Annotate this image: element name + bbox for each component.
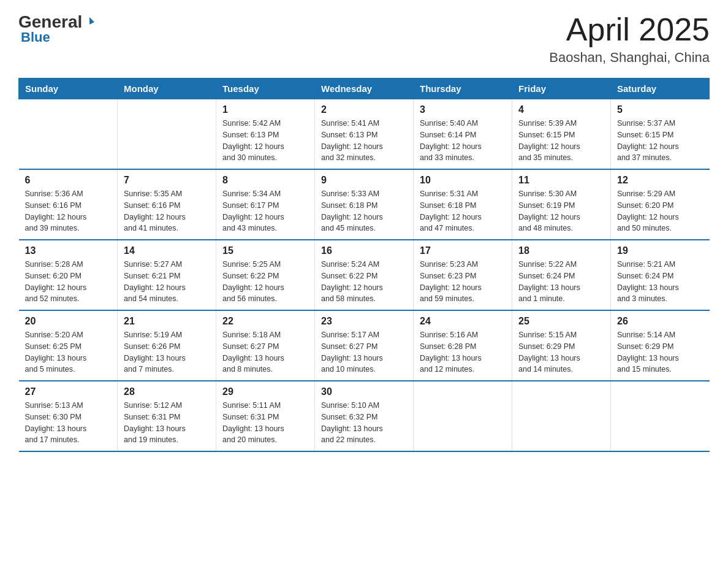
calendar-cell: [19, 99, 118, 170]
day-info: Sunrise: 5:28 AM Sunset: 6:20 PM Dayligh…: [25, 259, 112, 305]
day-info: Sunrise: 5:33 AM Sunset: 6:18 PM Dayligh…: [321, 188, 407, 234]
title-section: April 2025 Baoshan, Shanghai, China: [549, 12, 710, 66]
page-title: April 2025: [549, 12, 710, 47]
day-info: Sunrise: 5:39 AM Sunset: 6:15 PM Dayligh…: [518, 118, 604, 164]
calendar-cell: 8Sunrise: 5:34 AM Sunset: 6:17 PM Daylig…: [216, 169, 315, 240]
calendar-cell: 11Sunrise: 5:30 AM Sunset: 6:19 PM Dayli…: [512, 169, 611, 240]
calendar-cell: 19Sunrise: 5:21 AM Sunset: 6:24 PM Dayli…: [611, 240, 710, 310]
calendar-day-header: Saturday: [611, 79, 710, 99]
day-number: 17: [420, 245, 506, 256]
page-header: General Blue April 2025 Baoshan, Shangha…: [18, 12, 710, 66]
calendar-cell: 13Sunrise: 5:28 AM Sunset: 6:20 PM Dayli…: [19, 240, 118, 310]
day-number: 6: [25, 175, 112, 186]
day-number: 14: [124, 245, 210, 256]
calendar-day-header: Thursday: [414, 79, 512, 99]
day-info: Sunrise: 5:11 AM Sunset: 6:31 PM Dayligh…: [222, 400, 308, 446]
calendar-cell: 2Sunrise: 5:41 AM Sunset: 6:13 PM Daylig…: [315, 99, 414, 170]
day-info: Sunrise: 5:10 AM Sunset: 6:32 PM Dayligh…: [321, 400, 407, 446]
logo-blue-text: Blue: [21, 29, 50, 45]
svg-marker-0: [89, 17, 94, 25]
calendar-cell: 14Sunrise: 5:27 AM Sunset: 6:21 PM Dayli…: [118, 240, 216, 310]
day-number: 11: [518, 175, 604, 186]
calendar-cell: 1Sunrise: 5:42 AM Sunset: 6:13 PM Daylig…: [216, 99, 315, 170]
calendar-cell: 7Sunrise: 5:35 AM Sunset: 6:16 PM Daylig…: [118, 169, 216, 240]
calendar-cell: 29Sunrise: 5:11 AM Sunset: 6:31 PM Dayli…: [216, 381, 315, 451]
page-subtitle: Baoshan, Shanghai, China: [549, 50, 710, 66]
day-info: Sunrise: 5:42 AM Sunset: 6:13 PM Dayligh…: [222, 118, 308, 164]
calendar-cell: 12Sunrise: 5:29 AM Sunset: 6:20 PM Dayli…: [611, 169, 710, 240]
day-info: Sunrise: 5:15 AM Sunset: 6:29 PM Dayligh…: [518, 329, 604, 375]
calendar-week-row: 27Sunrise: 5:13 AM Sunset: 6:30 PM Dayli…: [19, 381, 710, 451]
logo: General Blue: [18, 12, 96, 45]
calendar-cell: 28Sunrise: 5:12 AM Sunset: 6:31 PM Dayli…: [118, 381, 216, 451]
day-info: Sunrise: 5:19 AM Sunset: 6:26 PM Dayligh…: [124, 329, 210, 375]
calendar-cell: 27Sunrise: 5:13 AM Sunset: 6:30 PM Dayli…: [19, 381, 118, 451]
day-number: 21: [124, 316, 210, 327]
day-number: 3: [420, 104, 506, 115]
calendar-cell: 22Sunrise: 5:18 AM Sunset: 6:27 PM Dayli…: [216, 310, 315, 381]
calendar-week-row: 20Sunrise: 5:20 AM Sunset: 6:25 PM Dayli…: [19, 310, 710, 381]
calendar-cell: 5Sunrise: 5:37 AM Sunset: 6:15 PM Daylig…: [611, 99, 710, 170]
calendar-week-row: 13Sunrise: 5:28 AM Sunset: 6:20 PM Dayli…: [19, 240, 710, 310]
day-number: 29: [222, 386, 308, 397]
day-number: 5: [617, 104, 703, 115]
day-number: 22: [222, 316, 308, 327]
day-number: 10: [420, 175, 506, 186]
day-number: 9: [321, 175, 407, 186]
day-number: 27: [25, 386, 112, 397]
calendar-day-header: Tuesday: [216, 79, 315, 99]
calendar-day-header: Wednesday: [315, 79, 414, 99]
day-info: Sunrise: 5:18 AM Sunset: 6:27 PM Dayligh…: [222, 329, 308, 375]
calendar-day-header: Monday: [118, 79, 216, 99]
day-info: Sunrise: 5:27 AM Sunset: 6:21 PM Dayligh…: [124, 259, 210, 305]
calendar-cell: 21Sunrise: 5:19 AM Sunset: 6:26 PM Dayli…: [118, 310, 216, 381]
day-number: 1: [222, 104, 308, 115]
calendar-cell: 18Sunrise: 5:22 AM Sunset: 6:24 PM Dayli…: [512, 240, 611, 310]
day-number: 2: [321, 104, 407, 115]
day-info: Sunrise: 5:34 AM Sunset: 6:17 PM Dayligh…: [222, 188, 308, 234]
calendar-week-row: 1Sunrise: 5:42 AM Sunset: 6:13 PM Daylig…: [19, 99, 710, 170]
calendar-cell: 3Sunrise: 5:40 AM Sunset: 6:14 PM Daylig…: [414, 99, 512, 170]
day-info: Sunrise: 5:20 AM Sunset: 6:25 PM Dayligh…: [25, 329, 112, 375]
day-info: Sunrise: 5:35 AM Sunset: 6:16 PM Dayligh…: [124, 188, 210, 234]
calendar-week-row: 6Sunrise: 5:36 AM Sunset: 6:16 PM Daylig…: [19, 169, 710, 240]
day-info: Sunrise: 5:31 AM Sunset: 6:18 PM Dayligh…: [420, 188, 506, 234]
day-info: Sunrise: 5:17 AM Sunset: 6:27 PM Dayligh…: [321, 329, 407, 375]
day-number: 8: [222, 175, 308, 186]
calendar-day-header: Sunday: [19, 79, 118, 99]
day-number: 24: [420, 316, 506, 327]
day-number: 13: [25, 245, 112, 256]
calendar-cell: 6Sunrise: 5:36 AM Sunset: 6:16 PM Daylig…: [19, 169, 118, 240]
calendar-cell: 30Sunrise: 5:10 AM Sunset: 6:32 PM Dayli…: [315, 381, 414, 451]
calendar-cell: [414, 381, 512, 451]
day-number: 7: [124, 175, 210, 186]
day-number: 23: [321, 316, 407, 327]
day-number: 16: [321, 245, 407, 256]
day-info: Sunrise: 5:21 AM Sunset: 6:24 PM Dayligh…: [617, 259, 703, 305]
day-number: 28: [124, 386, 210, 397]
calendar-cell: 4Sunrise: 5:39 AM Sunset: 6:15 PM Daylig…: [512, 99, 611, 170]
day-info: Sunrise: 5:16 AM Sunset: 6:28 PM Dayligh…: [420, 329, 506, 375]
day-info: Sunrise: 5:30 AM Sunset: 6:19 PM Dayligh…: [518, 188, 604, 234]
day-number: 20: [25, 316, 112, 327]
calendar-cell: [512, 381, 611, 451]
calendar-cell: 17Sunrise: 5:23 AM Sunset: 6:23 PM Dayli…: [414, 240, 512, 310]
day-info: Sunrise: 5:29 AM Sunset: 6:20 PM Dayligh…: [617, 188, 703, 234]
calendar-table: SundayMondayTuesdayWednesdayThursdayFrid…: [18, 78, 710, 452]
day-info: Sunrise: 5:24 AM Sunset: 6:22 PM Dayligh…: [321, 259, 407, 305]
calendar-cell: 10Sunrise: 5:31 AM Sunset: 6:18 PM Dayli…: [414, 169, 512, 240]
day-number: 18: [518, 245, 604, 256]
day-info: Sunrise: 5:37 AM Sunset: 6:15 PM Dayligh…: [617, 118, 703, 164]
day-info: Sunrise: 5:36 AM Sunset: 6:16 PM Dayligh…: [25, 188, 112, 234]
day-info: Sunrise: 5:13 AM Sunset: 6:30 PM Dayligh…: [25, 400, 112, 446]
day-info: Sunrise: 5:40 AM Sunset: 6:14 PM Dayligh…: [420, 118, 506, 164]
day-number: 4: [518, 104, 604, 115]
calendar-cell: 20Sunrise: 5:20 AM Sunset: 6:25 PM Dayli…: [19, 310, 118, 381]
day-number: 30: [321, 386, 407, 397]
calendar-day-header: Friday: [512, 79, 611, 99]
calendar-cell: [611, 381, 710, 451]
day-number: 25: [518, 316, 604, 327]
logo-flag-icon: [83, 16, 96, 28]
calendar-cell: 26Sunrise: 5:14 AM Sunset: 6:29 PM Dayli…: [611, 310, 710, 381]
calendar-cell: 23Sunrise: 5:17 AM Sunset: 6:27 PM Dayli…: [315, 310, 414, 381]
